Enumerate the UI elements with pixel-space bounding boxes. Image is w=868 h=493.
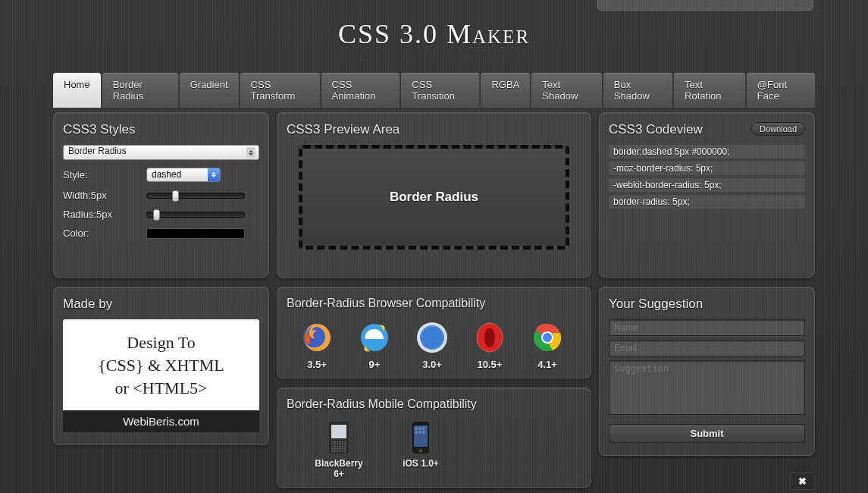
style-select-value: dashed xyxy=(152,169,181,180)
firefox-icon xyxy=(300,321,334,354)
main-nav: HomeBorder RadiusGradientCSS TransformCS… xyxy=(53,73,815,108)
nav--font-face[interactable]: @Font Face xyxy=(747,73,815,108)
nav-text-shadow[interactable]: Text Shadow xyxy=(531,73,602,108)
svg-rect-46 xyxy=(418,427,421,430)
svg-rect-16 xyxy=(339,441,341,442)
svg-rect-50 xyxy=(422,431,425,434)
svg-rect-32 xyxy=(334,448,336,450)
nav-css-transform[interactable]: CSS Transform xyxy=(240,73,320,108)
svg-rect-48 xyxy=(415,431,418,434)
internet-explorer-icon xyxy=(358,321,391,354)
madeby-line: Design To xyxy=(71,333,252,353)
style-label: Style: xyxy=(63,169,146,181)
name-input[interactable] xyxy=(609,319,805,336)
mobile-version: BlackBerry 6+ xyxy=(309,458,368,479)
svg-rect-21 xyxy=(337,443,339,444)
svg-rect-19 xyxy=(331,443,334,444)
svg-rect-18 xyxy=(344,441,346,442)
radius-label: Radius:5px xyxy=(63,209,146,220)
browser-firefox: 3.5+ xyxy=(293,321,341,370)
width-slider[interactable] xyxy=(146,193,245,199)
suggestion-textarea[interactable] xyxy=(609,360,805,415)
svg-rect-29 xyxy=(342,445,344,447)
nav-border-radius[interactable]: Border Radius xyxy=(102,73,178,108)
svg-rect-24 xyxy=(344,443,346,444)
code-line: -webkit-border-radius: 5px; xyxy=(609,178,805,192)
svg-rect-22 xyxy=(339,443,341,444)
chevron-updown-icon xyxy=(246,147,255,158)
opera-icon xyxy=(473,321,506,354)
styles-panel: CSS3 Styles Border Radius Style: dashed … xyxy=(53,112,269,278)
svg-rect-45 xyxy=(415,427,418,430)
browser-version: 9+ xyxy=(350,359,399,370)
site-title-reflection: CSS 3.0 Maker xyxy=(0,46,868,64)
madeby-panel: Made by Design To {CSS} & XHTML or <HTML… xyxy=(53,287,269,445)
browser-version: 4.1+ xyxy=(523,359,572,370)
mobile-compat-title: Border-Radius Mobile Compatibility xyxy=(287,397,581,411)
suggestion-panel: Your Suggestion Submit xyxy=(599,287,815,456)
browser-compat-title: Border-Radius Browser Compatibility xyxy=(287,297,581,310)
svg-rect-40 xyxy=(339,451,341,452)
nav-box-shadow[interactable]: Box Shadow xyxy=(603,73,672,108)
style-select[interactable]: dashed xyxy=(146,168,221,182)
styles-panel-title: CSS3 Styles xyxy=(63,122,259,137)
svg-rect-36 xyxy=(344,448,346,450)
madeby-card[interactable]: Design To {CSS} & XHTML or <HTML5> WebiB… xyxy=(63,319,259,432)
madeby-site: WebiBeris.com xyxy=(63,410,259,432)
close-button[interactable]: ✖ xyxy=(790,473,815,490)
radius-slider[interactable] xyxy=(146,212,245,218)
chevron-updown-icon xyxy=(208,168,220,181)
nav-gradient[interactable]: Gradient xyxy=(180,73,239,108)
browser-version: 3.5+ xyxy=(293,359,341,370)
browser-compat-panel: Border-Radius Browser Compatibility 3.5+… xyxy=(277,287,591,378)
mobile-blackberry: BlackBerry 6+ xyxy=(309,420,368,479)
preview-text: Border Radius xyxy=(390,190,478,205)
svg-point-10 xyxy=(543,333,552,342)
email-input[interactable] xyxy=(609,340,805,356)
blackberry-icon xyxy=(324,420,353,455)
codeview-panel: Download CSS3 Codeview border:dashed 5px… xyxy=(599,112,815,278)
nav-home[interactable]: Home xyxy=(53,73,101,108)
safari-icon xyxy=(415,321,449,354)
browser-chrome: 4.1+ xyxy=(523,321,572,370)
nav-css-animation[interactable]: CSS Animation xyxy=(321,73,400,108)
svg-rect-33 xyxy=(337,448,339,450)
madeby-line: {CSS} & XHTML xyxy=(71,356,252,375)
slider-thumb[interactable] xyxy=(172,190,179,202)
width-label: Width:5px xyxy=(63,190,146,201)
slider-thumb[interactable] xyxy=(153,209,160,221)
svg-rect-41 xyxy=(342,451,344,452)
svg-point-6 xyxy=(484,328,495,347)
browser-version: 3.0+ xyxy=(408,359,456,370)
browser-version: 10.5+ xyxy=(465,359,514,370)
svg-rect-39 xyxy=(337,451,339,452)
browser-internet-explorer: 9+ xyxy=(350,321,399,370)
preview-title: CSS3 Preview Area xyxy=(287,122,581,137)
top-widget xyxy=(597,0,813,11)
svg-rect-34 xyxy=(339,448,341,450)
color-swatch[interactable] xyxy=(146,228,245,239)
color-label: Color: xyxy=(63,228,146,239)
svg-rect-12 xyxy=(331,425,346,438)
svg-rect-27 xyxy=(337,445,339,447)
svg-rect-17 xyxy=(342,441,344,442)
svg-rect-26 xyxy=(334,445,336,447)
ios-icon xyxy=(406,420,435,455)
code-line: border:dashed 5px #000000; xyxy=(609,145,805,159)
svg-rect-42 xyxy=(344,451,346,452)
nav-rgba[interactable]: RGBA xyxy=(481,73,530,108)
madeby-line: or <HTML5> xyxy=(71,378,252,398)
submit-button[interactable]: Submit xyxy=(609,424,805,443)
code-line: border-radius: 5px; xyxy=(609,195,805,209)
mobile-compat-panel: Border-Radius Mobile Compatibility Black… xyxy=(277,388,591,488)
svg-rect-13 xyxy=(331,441,334,442)
suggestion-title: Your Suggestion xyxy=(609,297,805,312)
code-line: -moz-border-radius: 5px; xyxy=(609,162,805,175)
browser-safari: 3.0+ xyxy=(408,321,456,370)
feature-select[interactable]: Border Radius xyxy=(63,145,259,160)
download-button[interactable]: Download xyxy=(751,122,805,136)
nav-css-transition[interactable]: CSS Transition xyxy=(401,73,479,108)
preview-box: Border Radius xyxy=(299,145,570,250)
nav-text-rotation[interactable]: Text Rotation xyxy=(674,73,745,108)
chrome-icon xyxy=(531,321,564,354)
